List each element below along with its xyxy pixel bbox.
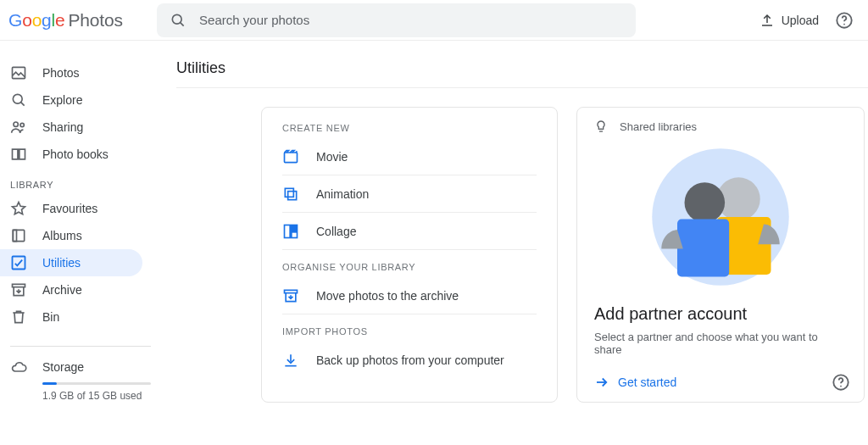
- people-icon: [10, 119, 27, 136]
- upload-label: Upload: [782, 14, 819, 27]
- sidebar-item-label: Favourites: [42, 202, 97, 215]
- book-icon: [10, 146, 27, 163]
- sidebar-item-label: Explore: [42, 93, 82, 107]
- download-icon: [282, 352, 299, 369]
- logo-product-text: Photos: [69, 10, 123, 31]
- svg-rect-19: [285, 290, 298, 292]
- svg-rect-12: [13, 284, 25, 286]
- main-panel: Utilities CREATE NEW Movie Animation Col…: [161, 41, 868, 445]
- search-icon: [10, 92, 27, 108]
- svg-point-26: [840, 386, 842, 387]
- backup-from-computer[interactable]: Back up photos from your computer: [282, 342, 537, 379]
- svg-rect-14: [288, 191, 297, 199]
- partner-illustration: [648, 145, 793, 289]
- storage-label: Storage: [42, 360, 84, 374]
- album-icon: [10, 227, 27, 244]
- svg-point-5: [13, 94, 22, 103]
- svg-point-3: [843, 23, 845, 25]
- sidebar-item-label: Sharing: [42, 120, 83, 134]
- sidebar-item-label: Photos: [42, 66, 80, 80]
- search-icon: [169, 10, 187, 31]
- entry-label: Back up photos from your computer: [316, 353, 504, 367]
- page-title: Utilities: [176, 59, 868, 77]
- svg-rect-16: [285, 225, 291, 237]
- svg-rect-11: [13, 257, 25, 270]
- trash-icon: [10, 309, 27, 325]
- app-logo[interactable]: Google Photos: [8, 10, 123, 31]
- import-label: IMPORT PHOTOS: [282, 326, 537, 337]
- organise-label: ORGANISE YOUR LIBRARY: [282, 262, 537, 272]
- svg-rect-17: [292, 225, 298, 231]
- sidebar-item-albums[interactable]: Albums: [0, 222, 142, 249]
- sidebar-item-label: Albums: [42, 229, 82, 242]
- svg-rect-24: [677, 220, 729, 277]
- svg-point-0: [172, 14, 181, 24]
- svg-rect-18: [292, 231, 298, 237]
- animation-icon: [282, 186, 299, 203]
- svg-rect-13: [285, 153, 298, 163]
- upload-icon: [760, 13, 775, 28]
- upload-button[interactable]: Upload: [760, 13, 819, 28]
- divider: [10, 346, 151, 347]
- sidebar-item-explore[interactable]: Explore: [0, 86, 142, 114]
- entry-label: Collage: [316, 225, 356, 238]
- collage-icon: [282, 223, 299, 240]
- sidebar-item-bin[interactable]: Bin: [0, 303, 142, 331]
- storage-detail: 1.9 GB of 15 GB used: [42, 390, 151, 402]
- svg-rect-9: [13, 230, 24, 241]
- cloud-icon: [10, 359, 27, 375]
- svg-rect-10: [13, 230, 16, 241]
- app-header: Google Photos Upload: [0, 0, 868, 41]
- storage-bar: [42, 382, 151, 385]
- svg-line-6: [21, 103, 25, 106]
- svg-rect-15: [285, 188, 293, 197]
- shared-libraries-card: Shared libraries Add partner acc: [576, 107, 865, 403]
- get-started-button[interactable]: Get started: [594, 375, 847, 390]
- sidebar-item-photobooks[interactable]: Photo books: [0, 141, 142, 168]
- search-input[interactable]: [199, 13, 624, 27]
- storage-block[interactable]: Storage 1.9 GB of 15 GB used: [0, 359, 161, 402]
- movie-icon: [282, 148, 299, 165]
- promo-subtitle: Select a partner and choose what you wan…: [594, 331, 847, 356]
- svg-point-23: [685, 182, 726, 223]
- tip-label: Shared libraries: [620, 120, 697, 133]
- move-to-archive[interactable]: Move photos to the archive: [282, 277, 537, 314]
- entry-label: Move photos to the archive: [316, 289, 459, 303]
- arrow-right-icon: [594, 375, 609, 390]
- library-section-label: LIBRARY: [0, 168, 161, 195]
- sidebar-item-label: Photo books: [42, 147, 108, 161]
- create-animation[interactable]: Animation: [282, 175, 537, 213]
- lightbulb-icon: [594, 120, 608, 133]
- svg-point-7: [14, 122, 18, 126]
- sidebar-item-photos[interactable]: Photos: [0, 59, 142, 86]
- svg-line-1: [181, 22, 184, 25]
- create-movie[interactable]: Movie: [282, 138, 537, 175]
- sidebar-item-sharing[interactable]: Sharing: [0, 114, 142, 141]
- utilities-card: CREATE NEW Movie Animation Collage ORGAN…: [261, 107, 558, 403]
- cta-label: Get started: [618, 375, 676, 389]
- sidebar-item-label: Bin: [42, 310, 59, 324]
- image-icon: [10, 64, 27, 81]
- sidebar-item-label: Utilities: [42, 256, 81, 270]
- svg-point-8: [20, 123, 24, 126]
- help-icon[interactable]: [834, 10, 854, 31]
- archive-action-icon: [282, 287, 299, 304]
- card-help-icon[interactable]: [832, 373, 850, 392]
- archive-icon: [10, 281, 27, 298]
- sidebar-item-favourites[interactable]: Favourites: [0, 195, 142, 222]
- sidebar-item-label: Archive: [42, 283, 82, 297]
- search-bar[interactable]: [157, 3, 636, 37]
- create-collage[interactable]: Collage: [282, 213, 537, 250]
- utilities-icon: [10, 254, 27, 271]
- promo-title: Add partner account: [594, 304, 847, 324]
- sidebar-item-utilities[interactable]: Utilities: [0, 249, 142, 276]
- star-icon: [10, 200, 27, 217]
- create-new-label: CREATE NEW: [282, 123, 537, 133]
- sidebar: Photos Explore Sharing Photo books LIBRA…: [0, 41, 161, 445]
- entry-label: Movie: [316, 150, 348, 164]
- entry-label: Animation: [316, 187, 369, 201]
- sidebar-item-archive[interactable]: Archive: [0, 276, 142, 303]
